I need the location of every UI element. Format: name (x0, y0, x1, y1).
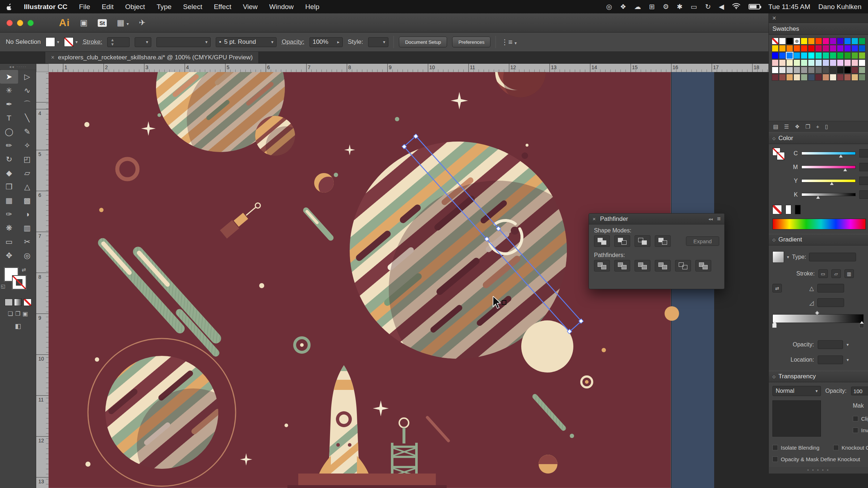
battery-icon[interactable] (749, 4, 760, 9)
apple-menu[interactable] (7, 3, 12, 10)
draw-normal-icon[interactable]: ❏ (8, 310, 13, 317)
swatch[interactable] (815, 67, 822, 73)
zoom-window-button[interactable] (28, 20, 34, 26)
make-mask-button[interactable]: Mak (853, 403, 864, 409)
color-header[interactable]: ◇Color (769, 132, 868, 144)
artboard-tool[interactable]: ▭ (0, 235, 18, 249)
swatch[interactable] (772, 52, 779, 59)
omdk-checkbox[interactable] (772, 457, 778, 462)
swatch[interactable] (822, 67, 829, 73)
swatch[interactable] (786, 52, 793, 59)
document-tab[interactable]: × explorers_club_rocketeer_skillshare.ai… (45, 51, 259, 63)
swatch[interactable] (808, 59, 815, 66)
swatch[interactable] (815, 52, 822, 59)
variable-width-profile-dropdown[interactable]: ▾ (156, 37, 211, 47)
swatch[interactable] (779, 67, 786, 73)
ruler-corner[interactable] (36, 64, 49, 72)
scale-tool[interactable]: ◰ (18, 152, 36, 166)
mesh-tool[interactable]: ▦ (0, 194, 18, 207)
transparency-header[interactable]: ◇Transparency (769, 371, 868, 382)
swatch[interactable] (808, 67, 815, 73)
swatch[interactable] (859, 67, 865, 73)
creative-cloud-icon[interactable]: ☁ (634, 3, 641, 10)
blend-tool[interactable]: ◑ (18, 207, 36, 221)
gradient-midpoint-stop[interactable] (815, 311, 819, 315)
isolate-blending-checkbox[interactable] (772, 445, 778, 450)
outline-button[interactable] (675, 260, 691, 272)
color-fill-stroke-indicator[interactable] (772, 148, 787, 161)
magic-wand-tool[interactable]: ✳ (0, 84, 18, 97)
curvature-tool[interactable]: ⌒ (18, 97, 36, 111)
gradient-angle-field[interactable] (817, 284, 844, 293)
swatch[interactable] (822, 59, 829, 66)
swatch[interactable] (822, 38, 829, 45)
tools-panel-grip[interactable]: ◂◂ ····· (0, 64, 36, 70)
color-button[interactable] (5, 299, 13, 306)
fill-swatch[interactable] (46, 37, 55, 47)
swatch[interactable] (793, 67, 800, 73)
minimize-window-button[interactable] (17, 20, 23, 26)
zoom-tool[interactable]: ◎ (18, 249, 36, 262)
swatch[interactable] (851, 38, 858, 45)
swatch[interactable] (851, 52, 858, 59)
pathfinder-panel[interactable]: × Pathfinder ◂◂ ≡ Shape Modes: Expand Pa… (589, 213, 725, 289)
column-graph-tool[interactable]: ▥ (18, 221, 36, 235)
menu-window[interactable]: Window (269, 3, 294, 11)
channel-slider-thumb[interactable] (839, 155, 843, 157)
slice-tool[interactable]: ✂ (18, 235, 36, 249)
bridge-icon[interactable]: ▣ (80, 18, 88, 28)
swatch[interactable] (851, 74, 858, 81)
swatch[interactable] (779, 45, 786, 52)
document-setup-button[interactable]: Document Setup (399, 37, 447, 47)
swatch[interactable] (837, 74, 844, 81)
symbol-sprayer-tool[interactable]: ❋ (0, 221, 18, 235)
crop-button[interactable] (655, 260, 671, 272)
black-proxy-swatch[interactable] (795, 205, 801, 214)
swatch[interactable] (815, 59, 822, 66)
menu-object[interactable]: Object (125, 3, 145, 11)
rotate-tool[interactable]: ↻ (0, 152, 18, 166)
gradient-start-stop[interactable] (772, 323, 777, 328)
gradient-stroke-along-icon[interactable]: ▱ (831, 269, 841, 278)
swatch[interactable] (779, 74, 786, 81)
opacity-field[interactable]: 100%▸ (309, 37, 343, 47)
clip-checkbox[interactable] (853, 416, 858, 421)
swatch[interactable] (808, 45, 815, 52)
brush-definition-dropdown[interactable]: •5 pt. Round▾ (216, 37, 277, 47)
swatch[interactable] (801, 67, 808, 73)
swatch[interactable] (815, 45, 822, 52)
opacity-link[interactable]: Opacity: (282, 38, 304, 46)
paw-icon[interactable]: ✱ (677, 3, 683, 10)
style-dropdown[interactable]: ▾ (368, 37, 388, 47)
moon-cream[interactable] (521, 320, 573, 373)
grid-app-icon[interactable]: ⊞ (649, 3, 655, 10)
swatch-kinds-icon[interactable]: ☰ (784, 123, 789, 130)
channel-slider-thumb[interactable] (843, 168, 847, 171)
swatch[interactable] (859, 74, 865, 81)
channel-value-field[interactable] (859, 163, 868, 171)
perspective-grid-tool[interactable]: △ (18, 180, 36, 194)
shaper-tool[interactable]: ✧ (18, 139, 36, 152)
dropbox-icon[interactable]: ❖ (620, 3, 626, 10)
swatch[interactable] (822, 45, 829, 52)
channel-slider[interactable] (801, 152, 856, 155)
channel-value-field[interactable] (859, 149, 868, 157)
swatch[interactable] (786, 38, 793, 45)
draw-inside-icon[interactable]: ▣ (22, 310, 28, 317)
swatch[interactable] (844, 52, 851, 59)
pencil-tool[interactable]: ✏ (0, 139, 18, 152)
swatch[interactable] (844, 59, 851, 66)
swatch[interactable] (808, 38, 815, 45)
gradient-slider[interactable] (772, 314, 864, 323)
close-window-button[interactable] (7, 20, 13, 26)
swatch[interactable] (837, 67, 844, 73)
swatch[interactable] (779, 38, 786, 45)
sync-icon[interactable]: ↻ (705, 3, 711, 10)
transparency-thumbnail-well[interactable] (772, 400, 821, 437)
fill-swatch-control[interactable]: ▾ (46, 37, 59, 47)
swatch[interactable] (772, 45, 779, 52)
swatch[interactable] (830, 45, 837, 52)
dock-resize-handle[interactable]: • • • • • (769, 467, 868, 474)
swatch-options-icon[interactable]: ❖ (795, 123, 800, 130)
draw-behind-icon[interactable]: ❐ (15, 310, 20, 317)
